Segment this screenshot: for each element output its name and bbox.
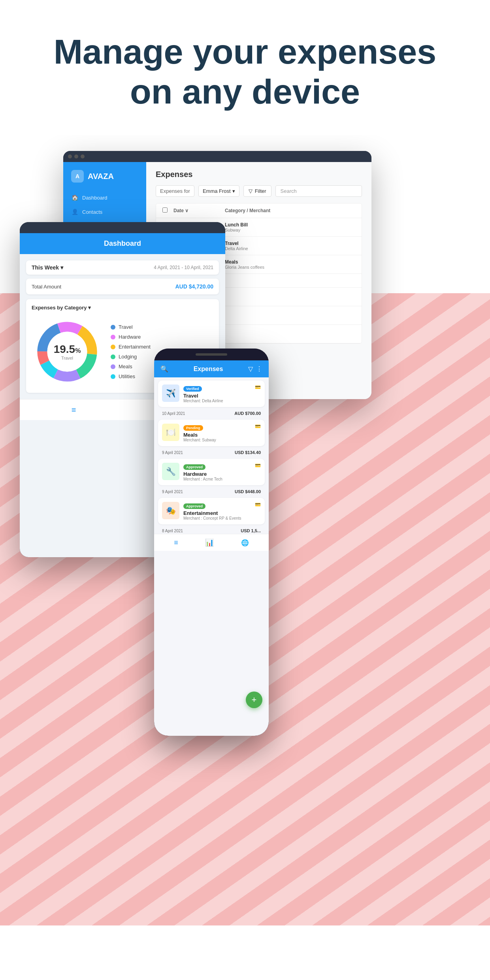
search-icon[interactable]: 🔍 <box>160 365 168 373</box>
card-icon: 💳 <box>255 424 261 429</box>
this-week-button[interactable]: This Week ▾ <box>32 264 63 271</box>
donut-chart: 19.5% Travel <box>32 316 103 387</box>
sidebar-item-label: Dashboard <box>82 195 107 201</box>
week-date-range: 4 April, 2021 - 10 April, 2021 <box>154 265 213 270</box>
table-header: Date ∨ Category / Merchant <box>156 204 362 218</box>
total-amount-value: AUD $4,720.00 <box>175 283 213 290</box>
expense-category: Meals Gloria Jeans coffees <box>225 259 355 270</box>
card-icon: 💳 <box>255 463 261 468</box>
legend-item-entertainment: Entertainment <box>111 344 151 350</box>
nav-list-item[interactable]: ≡ <box>174 539 178 547</box>
expense-date-amount-row: 9 April 2021 USD $448.00 <box>158 488 265 495</box>
expense-name: Hardware <box>183 471 251 477</box>
filter-icon: ▽ <box>249 188 253 194</box>
mobile-notch <box>154 349 269 360</box>
expense-name: Travel <box>183 393 251 399</box>
titlebar-dot-3 <box>81 155 85 158</box>
this-week-label: This Week <box>32 264 59 271</box>
expense-thumbnail: ✈️ <box>162 384 179 402</box>
expense-item-meals: 🍽️ Pending Meals Merchant: Subway 💳 <box>158 420 265 446</box>
search-placeholder: Search <box>281 188 297 194</box>
expense-name: Entertainment <box>183 510 251 516</box>
sidebar-item-label: Contacts <box>82 209 102 215</box>
legend-label: Utilities <box>119 373 135 379</box>
week-selector[interactable]: This Week ▾ 4 April, 2021 - 10 April, 20… <box>26 260 219 275</box>
legend-dot <box>111 364 115 369</box>
mobile-expenses-title: Expenses <box>168 366 248 373</box>
legend-item-utilities: Utilities <box>111 373 151 379</box>
total-amount-row: Total Amount AUD $4,720.00 <box>26 279 219 294</box>
mobile-inner: 🔍 Expenses ▽ ⋮ ✈️ Verified Travel Mercha… <box>154 360 269 736</box>
approved-badge: Approved <box>183 503 205 509</box>
expense-amount: USD $134.40 <box>235 450 261 455</box>
globe-icon: 🌐 <box>241 539 249 547</box>
legend-item-lodging: Lodging <box>111 354 151 360</box>
dashboard-icon: 🏠 <box>71 194 78 201</box>
approved-badge: Approved <box>183 464 205 470</box>
notch-bar <box>196 353 227 356</box>
legend-label: Entertainment <box>119 344 151 350</box>
chevron-down-icon: ▾ <box>232 188 235 194</box>
add-expense-fab[interactable]: + <box>246 692 262 708</box>
expense-info: Pending Meals Merchant: Subway <box>183 424 251 442</box>
expense-date-amount-row: 8 April 2021 USD 1,5... <box>158 528 265 534</box>
expense-info: Approved Entertainment Merchant : Concep… <box>183 502 251 520</box>
expense-category: Lunch Bill Subway <box>225 222 355 232</box>
category-column-header: Category / Merchant <box>225 208 355 213</box>
nav-list-icon[interactable]: ≡ <box>72 405 76 415</box>
avaza-logo-icon: A <box>71 170 84 183</box>
nav-chart-item[interactable]: 📊 <box>205 538 214 547</box>
sidebar-logo: A AVAZA <box>63 170 146 190</box>
legend-label: Lodging <box>119 354 137 360</box>
tablet-dashboard-title: Dashboard <box>26 239 219 248</box>
expenses-toolbar: Expenses for Emma Frost ▾ ▽ Filter Searc… <box>156 185 362 197</box>
legend-label: Hardware <box>119 334 141 340</box>
expense-date-amount-row: 9 April 2021 USD $134.40 <box>158 449 265 456</box>
legend-dot <box>111 354 115 359</box>
desktop-titlebar <box>63 151 371 162</box>
expense-thumbnail: 🔧 <box>162 463 179 480</box>
search-input[interactable]: Search <box>275 185 362 197</box>
user-select[interactable]: Emma Frost ▾ <box>198 185 239 197</box>
user-name: Emma Frost <box>203 188 231 194</box>
chart-legend: Travel Hardware Entertainment Lodgi <box>111 324 151 379</box>
sidebar-item-contacts[interactable]: 👤 Contacts <box>63 205 146 219</box>
mobile-header: 🔍 Expenses ▽ ⋮ <box>154 360 269 377</box>
verified-badge: Verified <box>183 386 202 392</box>
card-icon: 💳 <box>255 384 261 390</box>
filter-button[interactable]: ▽ Filter <box>243 185 271 197</box>
expense-category: Travel Delta Airline <box>225 241 355 251</box>
legend-label: Travel <box>119 324 133 330</box>
expense-merchant: Merchant : Concept RP & Events <box>183 516 251 520</box>
expense-merchant: Merchant: Subway <box>183 438 251 442</box>
titlebar-dot-1 <box>68 155 72 158</box>
expense-date: 9 April 2021 <box>162 450 183 455</box>
date-column-header[interactable]: Date ∨ <box>173 208 225 213</box>
expense-date: 10 April 2021 <box>162 411 185 416</box>
donut-center-text: 19.5% Travel <box>54 343 81 360</box>
expenses-for-label: Expenses for <box>156 185 194 197</box>
hero-section: Manage your expenseson any device <box>0 0 490 135</box>
expense-merchant: Merchant : Acme Tech <box>183 477 251 481</box>
sidebar-item-dashboard[interactable]: 🏠 Dashboard <box>63 190 146 205</box>
expense-thumbnail: 🎭 <box>162 502 179 519</box>
avaza-logo-text: AVAZA <box>88 172 114 181</box>
expense-date-amount-row: 10 April 2021 AUD $700.00 <box>158 410 265 416</box>
chevron-down-icon: ▾ <box>88 305 91 311</box>
expense-merchant: Merchant: Delta Airline <box>183 399 251 403</box>
chevron-down-icon: ▾ <box>60 264 63 271</box>
card-icon: 💳 <box>255 502 261 507</box>
legend-item-hardware: Hardware <box>111 334 151 340</box>
hero-title: Manage your expenseson any device <box>24 32 466 111</box>
expense-amount: USD 1,5... <box>241 528 261 533</box>
more-options-icon[interactable]: ⋮ <box>256 365 262 373</box>
mobile-device: 🔍 Expenses ▽ ⋮ ✈️ Verified Travel Mercha… <box>154 349 269 736</box>
page-title: Expenses <box>156 170 362 179</box>
expense-date: 9 April 2021 <box>162 490 183 494</box>
select-all-checkbox[interactable] <box>162 207 168 213</box>
nav-globe-item[interactable]: 🌐 <box>241 539 249 547</box>
expense-name: Meals <box>183 432 251 438</box>
filter-icon[interactable]: ▽ <box>248 365 253 373</box>
expense-amount: AUD $700.00 <box>234 411 261 416</box>
expense-item-hardware: 🔧 Approved Hardware Merchant : Acme Tech… <box>158 459 265 485</box>
